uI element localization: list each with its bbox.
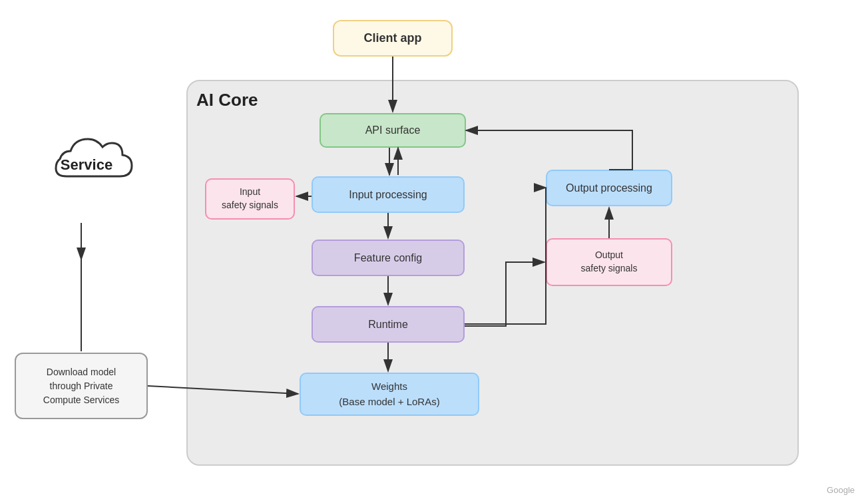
download-model-label: Download modelthrough PrivateCompute Ser… (43, 365, 119, 407)
diagram-container: Client app AI Core API surface Input pro… (0, 0, 868, 503)
feature-config-label: Feature config (354, 252, 422, 264)
service-cloud: Service (20, 130, 153, 223)
runtime-label: Runtime (368, 319, 408, 331)
output-processing-box: Output processing (546, 170, 672, 206)
runtime-box: Runtime (312, 306, 465, 343)
output-safety-box: Outputsafety signals (546, 238, 672, 286)
client-app-label: Client app (363, 31, 421, 45)
api-surface-box: API surface (320, 113, 466, 148)
google-label: Google (827, 485, 855, 495)
client-app-box: Client app (333, 20, 453, 57)
output-safety-label: Outputsafety signals (581, 249, 638, 275)
input-processing-label: Input processing (349, 189, 427, 201)
api-surface-label: API surface (365, 124, 421, 136)
ai-core-container (186, 80, 799, 466)
input-processing-box: Input processing (312, 176, 465, 213)
ai-core-label: AI Core (196, 90, 258, 110)
download-model-box: Download modelthrough PrivateCompute Ser… (15, 353, 148, 419)
feature-config-box: Feature config (312, 240, 465, 276)
weights-label: Weights(Base model + LoRAs) (339, 379, 439, 409)
service-label: Service (61, 156, 112, 174)
weights-box: Weights(Base model + LoRAs) (300, 373, 479, 416)
input-safety-box: Inputsafety signals (205, 178, 295, 220)
input-safety-label: Inputsafety signals (222, 186, 278, 212)
output-processing-label: Output processing (566, 182, 652, 194)
